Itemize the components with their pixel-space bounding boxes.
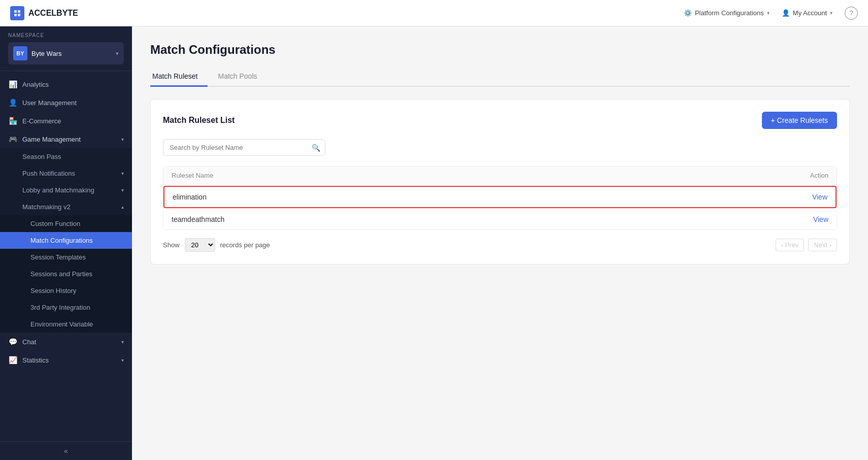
- matchmaking-v2-subnav: Custom Function Match Configurations Ses…: [0, 215, 132, 333]
- row-action-teamdeathmatch: View: [778, 215, 828, 223]
- statistics-chevron: ▾: [121, 357, 124, 363]
- sidebar-item-user-management[interactable]: 👤 User Management: [0, 93, 132, 112]
- sidebar-item-label-user-management: User Management: [22, 99, 77, 107]
- platform-config-menu[interactable]: ⚙️ Platform Configurations ▾: [684, 9, 770, 17]
- search-input[interactable]: [163, 139, 325, 156]
- lobby-matchmaking-chevron: ▾: [121, 187, 124, 193]
- pagination: Show 20 10 50 100 records per page ‹ Pre…: [163, 238, 837, 252]
- row-action-elimination: View: [777, 193, 827, 201]
- create-rulesets-button[interactable]: + Create Rulesets: [762, 112, 837, 129]
- col-header-name: Ruleset Name: [172, 172, 778, 179]
- per-page-label: records per page: [220, 241, 270, 249]
- my-account-menu[interactable]: 👤 My Account ▾: [782, 9, 832, 17]
- chat-chevron: ▾: [121, 339, 124, 345]
- sidebar-item-matchmaking-v2[interactable]: Matchmaking v2 ▴: [0, 199, 132, 215]
- sidebar-item-statistics[interactable]: 📈 Statistics ▾: [0, 351, 132, 369]
- row-name-teamdeathmatch: teamdeathmatch: [172, 215, 778, 223]
- row-name-elimination: elimination: [173, 193, 777, 201]
- matchmaking-v2-label: Matchmaking v2: [22, 203, 71, 211]
- col-header-action: Action: [778, 172, 828, 179]
- table-header: Ruleset Name Action: [163, 167, 837, 185]
- platform-config-chevron: ▾: [767, 10, 770, 16]
- namespace-chevron: ▾: [116, 50, 119, 57]
- sidebar-item-season-pass[interactable]: Season Pass: [0, 148, 132, 165]
- platform-config-label: Platform Configurations: [695, 9, 764, 17]
- my-account-label: My Account: [793, 9, 827, 17]
- season-pass-label: Season Pass: [22, 153, 61, 160]
- push-notifications-label: Push Notifications: [22, 170, 75, 177]
- prev-label: ‹ Prev: [781, 241, 799, 249]
- sidebar-item-session-templates[interactable]: Session Templates: [0, 249, 132, 266]
- per-page-select[interactable]: 20 10 50 100: [185, 238, 215, 252]
- user-management-icon: 👤: [8, 98, 17, 107]
- view-link-teamdeathmatch[interactable]: View: [813, 215, 828, 223]
- push-notifications-chevron: ▾: [121, 171, 124, 176]
- sidebar-item-custom-function[interactable]: Custom Function: [0, 215, 132, 232]
- prev-button[interactable]: ‹ Prev: [776, 239, 805, 251]
- my-account-chevron: ▾: [830, 10, 832, 16]
- sidebar-item-environment-variable[interactable]: Environment Variable: [0, 316, 132, 333]
- sidebar-item-push-notifications[interactable]: Push Notifications ▾: [0, 165, 132, 182]
- sidebar-item-game-management[interactable]: 🎮 Game Management ▾: [0, 130, 132, 148]
- sidebar-item-lobby-matchmaking[interactable]: Lobby and Matchmaking ▾: [0, 182, 132, 199]
- content-area: Match Configurations Match Ruleset Match…: [132, 26, 868, 460]
- main-layout: NAMESPACE BY Byte Wars ▾ 📊 Analytics 👤 U…: [0, 26, 868, 460]
- namespace-badge: BY: [13, 46, 27, 60]
- namespace-selector[interactable]: BY Byte Wars ▾: [8, 42, 124, 64]
- lobby-matchmaking-label: Lobby and Matchmaking: [22, 186, 94, 194]
- top-navbar: ACCELBYTE ⚙️ Platform Configurations ▾ 👤…: [0, 0, 868, 26]
- game-management-subnav: Season Pass Push Notifications ▾ Lobby a…: [0, 148, 132, 333]
- logo-icon: [10, 6, 24, 20]
- tab-match-ruleset[interactable]: Match Ruleset: [150, 67, 208, 87]
- match-ruleset-card: Match Ruleset List + Create Rulesets 🔍 R…: [150, 99, 850, 265]
- namespace-label: NAMESPACE: [8, 32, 124, 38]
- tab-match-pools[interactable]: Match Pools: [216, 67, 267, 87]
- sidebar-item-ecommerce[interactable]: 🏪 E-Commerce: [0, 112, 132, 130]
- sidebar-item-analytics[interactable]: 📊 Analytics: [0, 75, 132, 93]
- user-icon: 👤: [782, 9, 790, 17]
- top-nav-right: ⚙️ Platform Configurations ▾ 👤 My Accoun…: [684, 7, 858, 20]
- chat-icon: 💬: [8, 338, 17, 346]
- game-management-icon: 🎮: [8, 135, 17, 143]
- sidebar-item-session-history[interactable]: Session History: [0, 282, 132, 299]
- create-rulesets-label: + Create Rulesets: [771, 116, 828, 124]
- analytics-icon: 📊: [8, 80, 17, 88]
- help-button[interactable]: ?: [845, 7, 858, 20]
- sidebar-item-match-configurations[interactable]: Match Configurations: [0, 232, 132, 249]
- statistics-icon: 📈: [8, 356, 17, 364]
- session-history-label: Session History: [30, 287, 76, 294]
- sidebar-item-chat[interactable]: 💬 Chat ▾: [0, 333, 132, 351]
- view-link-elimination[interactable]: View: [812, 193, 827, 201]
- environment-variable-label: Environment Variable: [30, 320, 93, 328]
- page-title: Match Configurations: [150, 43, 850, 57]
- sidebar: NAMESPACE BY Byte Wars ▾ 📊 Analytics 👤 U…: [0, 26, 132, 460]
- card-header: Match Ruleset List + Create Rulesets: [163, 112, 837, 129]
- page-nav: ‹ Prev Next ›: [776, 239, 837, 251]
- game-management-chevron: ▾: [121, 137, 124, 142]
- app-logo[interactable]: ACCELBYTE: [10, 6, 78, 20]
- matchmaking-v2-chevron: ▴: [121, 204, 124, 210]
- sidebar-item-3rd-party[interactable]: 3rd Party Integration: [0, 299, 132, 316]
- sidebar-item-label-statistics: Statistics: [22, 356, 49, 364]
- app-name: ACCELBYTE: [28, 9, 78, 18]
- tabs-container: Match Ruleset Match Pools: [150, 67, 850, 87]
- sidebar-item-label-chat: Chat: [22, 338, 36, 346]
- tab-match-ruleset-label: Match Ruleset: [152, 72, 197, 80]
- collapse-icon: «: [64, 447, 68, 455]
- next-button[interactable]: Next ›: [808, 239, 837, 251]
- tab-match-pools-label: Match Pools: [218, 72, 257, 80]
- sessions-and-parties-label: Sessions and Parties: [30, 270, 92, 278]
- 3rd-party-label: 3rd Party Integration: [30, 304, 90, 311]
- table-row: elimination View: [163, 186, 837, 208]
- sidebar-item-label-game-management: Game Management: [22, 136, 81, 143]
- namespace-name: Byte Wars: [31, 50, 112, 57]
- sidebar-nav: 📊 Analytics 👤 User Management 🏪 E-Commer…: [0, 71, 132, 441]
- ruleset-table: Ruleset Name Action elimination View tea…: [163, 166, 837, 230]
- table-row: teamdeathmatch View: [163, 209, 837, 229]
- sidebar-collapse-button[interactable]: «: [0, 441, 132, 460]
- ecommerce-icon: 🏪: [8, 117, 17, 125]
- help-icon: ?: [849, 9, 853, 17]
- match-configurations-label: Match Configurations: [30, 237, 93, 244]
- sidebar-item-label-analytics: Analytics: [22, 81, 49, 88]
- sidebar-item-sessions-and-parties[interactable]: Sessions and Parties: [0, 266, 132, 282]
